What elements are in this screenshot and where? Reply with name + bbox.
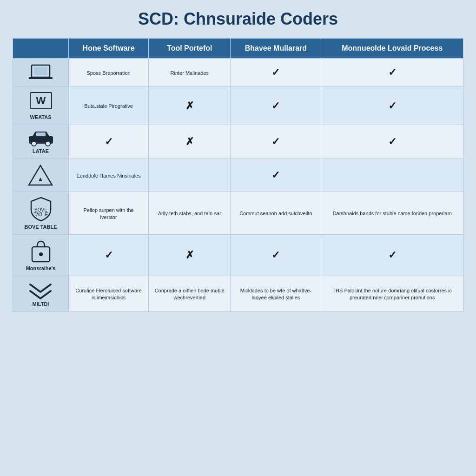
cell-text: Buta.stale Pirogrative	[84, 103, 133, 109]
cell-row1-col2: ✗	[149, 87, 231, 125]
cell-text: Arlly teth stabs, and tein-sar	[158, 211, 221, 216]
cell-text: Curufice Fleroluiced software is imeimsi…	[75, 288, 141, 300]
cell-row3-col1: Eonddole Hames Ninsinales	[69, 159, 149, 192]
cell-row3-col2	[149, 159, 231, 192]
check-mark: ✓	[388, 100, 397, 112]
svg-rect-1	[34, 67, 47, 75]
cell-row1-col3: ✓	[231, 87, 321, 125]
cell-row3-col4	[321, 159, 463, 192]
col-header-3: Bhavee Mullarard	[231, 39, 321, 59]
col-header-1: Hone Software	[69, 39, 149, 59]
icon-cell-5: Monsralhe's	[13, 235, 69, 276]
cell-text: Conprade a oiffien bede muble wechrevert…	[155, 288, 225, 300]
icon-label: Monsralhe's	[26, 265, 56, 271]
cell-row0-col4: ✓	[321, 59, 463, 87]
cell-text: THS Palocint the noture domriang olitual…	[332, 288, 452, 300]
check-mark: ✓	[271, 66, 280, 78]
cell-text: Commut seanoh add sulchvellto	[239, 211, 312, 216]
cell-row2-col3: ✓	[231, 125, 321, 159]
cell-row2-col2: ✗	[149, 125, 231, 159]
title-prefix: SCD:	[138, 9, 179, 28]
svg-rect-2	[29, 77, 53, 79]
icon-container: MILTDI	[19, 281, 63, 307]
cell-row4-col2: Arlly teth stabs, and tein-sar	[149, 192, 231, 235]
icon-container: Monsralhe's	[19, 239, 63, 271]
col-header-4: Monnueolde Lovaid Process	[321, 39, 463, 59]
title-main: Chnsuraide Coders	[179, 9, 338, 28]
cell-row0-col3: ✓	[231, 59, 321, 87]
table-row: MILTDI Curufice Fleroluiced software is …	[13, 276, 463, 312]
col-header-icon	[13, 39, 69, 59]
svg-point-14	[39, 252, 43, 256]
check-mark: ✓	[271, 100, 280, 112]
icon-label: MILTDI	[33, 301, 49, 307]
table-row: ▲ Eonddole Hames Ninsinales✓	[13, 159, 463, 192]
icon-label: LATAE	[33, 148, 49, 154]
check-mark: ✓	[388, 136, 397, 147]
cell-row5-col1: ✓	[69, 235, 149, 276]
cross-mark: ✗	[185, 136, 194, 147]
cell-row6-col1: Curufice Fleroluiced software is imeimsi…	[69, 276, 149, 312]
table-row: LATAE ✓✗✓✓	[13, 125, 463, 159]
svg-rect-8	[36, 132, 46, 136]
cell-row4-col4: Darshnaids hands for stuble came foriden…	[321, 192, 463, 235]
icon-container: ▲	[19, 164, 63, 187]
cell-row5-col3: ✓	[231, 235, 321, 276]
svg-text:TABLE: TABLE	[33, 212, 48, 217]
page-title: SCD: Chnsuraide Coders	[9, 9, 467, 29]
cross-mark: ✗	[185, 100, 194, 112]
cell-row2-col4: ✓	[321, 125, 463, 159]
cross-mark: ✗	[185, 249, 194, 261]
svg-text:▲: ▲	[37, 175, 44, 183]
table-row: Monsralhe's ✓✗✓✓	[13, 235, 463, 276]
cell-text: Eonddole Hames Ninsinales	[77, 173, 141, 178]
check-mark: ✓	[271, 136, 280, 147]
icon-cell-3: ▲	[13, 159, 69, 192]
cell-row4-col1: Pellop surpen with the iverstor	[69, 192, 149, 235]
cell-row4-col3: Commut seanoh add sulchvellto	[231, 192, 321, 235]
svg-text:W: W	[36, 95, 46, 106]
cell-row6-col4: THS Palocint the noture domriang olitual…	[321, 276, 463, 312]
icon-cell-1: W WEATAS	[13, 87, 69, 125]
table-row: Sposs BreporrationRinter Malinades✓✓	[13, 59, 463, 87]
icon-cell-4: BOVE TABLE BOVE TABLE	[13, 192, 69, 235]
check-mark: ✓	[271, 169, 280, 181]
icon-cell-6: MILTDI	[13, 276, 69, 312]
check-mark: ✓	[105, 136, 113, 147]
cell-row6-col3: Micklades to be wte of whattve-laqyee el…	[231, 276, 321, 312]
cell-row1-col1: Buta.stale Pirogrative	[69, 87, 149, 125]
icon-label: BOVE TABLE	[24, 224, 57, 230]
icon-container: LATAE	[19, 130, 63, 154]
icon-cell-2: LATAE	[13, 125, 69, 159]
svg-point-6	[32, 141, 36, 146]
svg-point-7	[46, 141, 50, 146]
table-row: BOVE TABLE BOVE TABLE Pellop surpen with…	[13, 192, 463, 235]
icon-cell-0	[13, 59, 69, 87]
icon-container: BOVE TABLE BOVE TABLE	[19, 197, 63, 230]
cell-text: Sposs Breporration	[87, 70, 131, 76]
cell-row0-col2: Rinter Malinades	[149, 59, 231, 87]
icon-label: WEATAS	[30, 114, 51, 120]
check-mark: ✓	[271, 249, 280, 261]
icon-container	[19, 63, 63, 82]
check-mark: ✓	[105, 249, 113, 261]
comparison-table: Hone Software Tool Portefol Bhavee Mulla…	[13, 38, 463, 312]
check-mark: ✓	[388, 249, 397, 261]
cell-text: Micklades to be wte of whattve-laqyee el…	[240, 288, 311, 300]
cell-row3-col3: ✓	[231, 159, 321, 192]
cell-text: Pellop surpen with the iverstor	[84, 207, 134, 220]
icon-container: W WEATAS	[19, 92, 63, 120]
cell-row5-col2: ✗	[149, 235, 231, 276]
col-header-2: Tool Portefol	[149, 39, 231, 59]
table-row: W WEATAS Buta.stale Pirogrative✗✓✓	[13, 87, 463, 125]
cell-text: Darshnaids hands for stuble came foriden…	[333, 211, 452, 216]
cell-row0-col1: Sposs Breporration	[69, 59, 149, 87]
cell-text: Rinter Malinades	[171, 70, 209, 76]
cell-row1-col4: ✓	[321, 87, 463, 125]
cell-row2-col1: ✓	[69, 125, 149, 159]
cell-row6-col2: Conprade a oiffien bede muble wechrevert…	[149, 276, 231, 312]
check-mark: ✓	[388, 66, 397, 78]
cell-row5-col4: ✓	[321, 235, 463, 276]
